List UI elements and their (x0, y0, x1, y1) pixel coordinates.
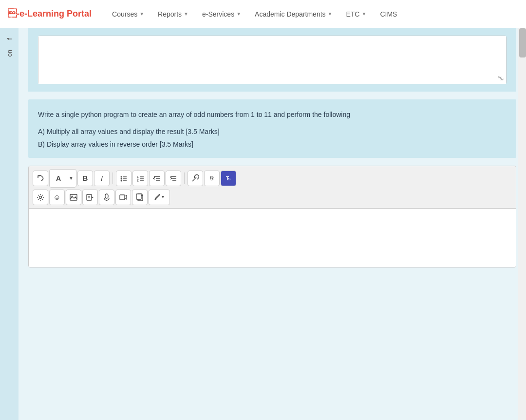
sidebar-letter-on: on (6, 50, 13, 57)
question-card: Write a single python program to create … (28, 99, 516, 158)
svg-rect-25 (87, 194, 92, 200)
question-main-text: Write a single python program to create … (38, 109, 507, 120)
image-button[interactable] (66, 190, 81, 205)
ordered-list-button[interactable]: 1.2.3. (132, 171, 148, 186)
answer-editor: A ▼ B I 1.2.3. (28, 166, 516, 267)
copy-button[interactable] (132, 190, 148, 205)
nav-eservices[interactable]: e-Services ▼ (196, 6, 247, 22)
question-part-a: A) Multiply all array values and display… (38, 126, 507, 138)
nav-cims-label: CIMS (380, 10, 397, 18)
chevron-down-icon: ▼ (328, 11, 333, 17)
nav-etc[interactable]: ETC ▼ (340, 6, 372, 22)
nav-cims[interactable]: CIMS (374, 6, 403, 22)
content-wrapper: ⤡ Write a single python program to creat… (19, 28, 526, 277)
pen-button[interactable]: ▼ (149, 190, 170, 205)
sidebar-letter-f: f (6, 38, 13, 40)
brand-logo: -e-Learning Portal (8, 9, 92, 19)
nav-courses[interactable]: Courses ▼ (106, 6, 150, 22)
emoji-button[interactable]: ☺ (49, 190, 65, 205)
answer-input-top[interactable] (38, 36, 506, 84)
bold-button[interactable]: B (77, 171, 93, 186)
unordered-list-button[interactable] (116, 171, 132, 186)
nav-reports[interactable]: Reports ▼ (152, 6, 194, 22)
nav-reports-label: Reports (158, 10, 182, 18)
scrollbar[interactable] (518, 28, 526, 420)
toolbar-divider-1 (113, 172, 113, 184)
editor-text-area[interactable] (29, 209, 516, 267)
chevron-down-icon: ▼ (236, 11, 241, 17)
navbar: -e-Learning Portal Courses ▼ Reports ▼ … (0, 0, 526, 28)
toolbar-row-2: ☺ (33, 190, 512, 205)
previous-answer-section: ⤡ (28, 28, 516, 92)
pen-dropdown-arrow: ▼ (161, 195, 165, 199)
italic-button[interactable]: I (94, 171, 110, 186)
svg-point-1 (121, 178, 122, 179)
nav-eservices-label: e-Services (202, 10, 234, 18)
undo-button[interactable] (33, 171, 48, 186)
svg-text:S: S (228, 177, 231, 181)
svg-point-2 (121, 180, 122, 181)
scroll-thumb[interactable] (519, 28, 526, 57)
audio-button[interactable] (99, 190, 114, 205)
toolbar-divider-2 (184, 172, 185, 184)
brand-icon: - (8, 9, 19, 19)
svg-rect-31 (120, 195, 125, 200)
nav-academic-departments[interactable]: Academic Departments ▼ (249, 6, 338, 22)
special-chars-button[interactable]: Ꞩ (204, 171, 220, 186)
svg-rect-29 (105, 194, 108, 198)
question-part-b: B) Display array values in reverse order… (38, 138, 507, 151)
svg-point-22 (39, 196, 42, 198)
svg-rect-33 (136, 194, 141, 199)
indent-decrease-button[interactable] (149, 171, 165, 186)
nav-etc-label: ETC (346, 10, 359, 18)
sidebar-strip: f on (0, 28, 19, 420)
chevron-down-icon: ▼ (361, 11, 366, 17)
font-group: A ▼ (49, 169, 76, 188)
font-dropdown-button[interactable]: ▼ (67, 171, 75, 186)
video-button[interactable] (115, 190, 131, 205)
nav-courses-label: Courses (112, 10, 137, 18)
link-button[interactable] (188, 171, 203, 186)
nav-menu: Courses ▼ Reports ▼ e-Services ▼ Academi… (106, 6, 403, 22)
font-button[interactable]: A (51, 171, 66, 186)
settings-button[interactable] (33, 190, 48, 205)
video-file-button[interactable] (82, 190, 98, 205)
resize-handle-icon: ⤡ (497, 74, 503, 82)
nav-academic-departments-label: Academic Departments (255, 10, 326, 18)
toolbar-row-1: A ▼ B I 1.2.3. (33, 169, 512, 188)
indent-increase-button[interactable] (166, 171, 181, 186)
editor-toolbar: A ▼ B I 1.2.3. (29, 166, 516, 209)
chevron-down-icon: ▼ (139, 11, 144, 17)
svg-point-0 (121, 176, 122, 177)
svg-text:3.: 3. (137, 179, 139, 182)
brand-text: e-Learning Portal (19, 9, 92, 19)
teams-button[interactable]: TS (221, 171, 236, 186)
main-content: f on ⤡ Write a single python program to … (0, 28, 526, 420)
previous-answer-textarea[interactable]: ⤡ (38, 36, 507, 84)
svg-marker-28 (92, 196, 94, 198)
chevron-down-icon: ▼ (184, 11, 188, 17)
